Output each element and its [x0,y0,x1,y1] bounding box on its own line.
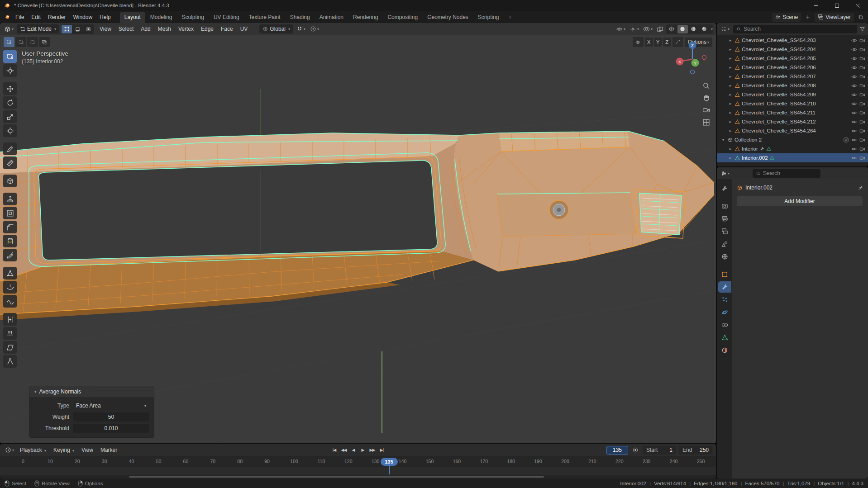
snapping-button[interactable]: ▾ [295,24,307,33]
outliner-item-chevrolet-chevelle-ss454-212[interactable]: ▸Chevrolet_Chevelle_SS454.212 [717,117,868,126]
workspace-tab-compositing[interactable]: Compositing [383,12,422,23]
timeline-scrollbar[interactable] [0,475,716,479]
hide-eye-icon[interactable] [851,38,857,43]
expand-icon[interactable]: ▸ [728,83,733,88]
render-camera-icon[interactable] [859,128,865,134]
select-extend-mode-button[interactable] [15,37,26,47]
workspace-tab-geometry-nodes[interactable]: Geometry Nodes [423,12,473,23]
properties-tab-view-layer[interactable] [718,226,731,237]
view-layer-selector[interactable]: ViewLayer [815,13,854,22]
render-camera-icon[interactable] [859,101,865,107]
filter-icon[interactable] [859,26,865,32]
render-camera-icon[interactable] [859,137,865,143]
frame-start-field[interactable]: Start1 [643,446,676,455]
timeline-menu-playback[interactable]: Playback ▾ [16,446,50,454]
properties-tab-physics[interactable] [718,307,731,318]
material-shading-button[interactable] [688,25,699,33]
viewport-menu-uv[interactable]: UV [237,25,252,33]
show-gizmo-button[interactable]: ▾ [628,24,640,33]
render-camera-icon[interactable] [859,56,865,62]
copy-view-layer-button[interactable] [856,13,865,22]
timeline-menu-view[interactable]: View [78,446,97,454]
blender-menu-button[interactable] [3,13,12,22]
camera-view-icon[interactable] [702,106,710,114]
vertex-select-button[interactable] [62,25,72,33]
hide-eye-icon[interactable] [851,119,857,125]
outliner-item-chevrolet-chevelle-ss454-206[interactable]: ▸Chevrolet_Chevelle_SS454.206 [717,63,868,72]
tool-extrude-region[interactable] [3,193,17,205]
workspace-tab-texture-paint[interactable]: Texture Paint [244,12,285,23]
select-intersect-mode-button[interactable] [39,37,50,47]
wireframe-shading-button[interactable] [667,25,677,33]
face-select-button[interactable] [83,25,94,33]
close-button[interactable] [847,0,868,11]
render-camera-icon[interactable] [859,146,865,152]
render-camera-icon[interactable] [859,155,865,161]
expand-icon[interactable]: ▸ [728,74,733,79]
tool-rip-region[interactable] [3,355,17,368]
menu-edit[interactable]: Edit [28,13,44,21]
hide-eye-icon[interactable] [851,56,857,62]
solid-shading-button[interactable] [677,25,688,33]
viewport-menu-view[interactable]: View [96,25,115,33]
expand-icon[interactable]: ▸ [728,47,733,52]
playback-jump-to-next-keyframe[interactable]: ▶▶ [368,446,377,455]
hide-eye-icon[interactable] [851,155,857,161]
hide-eye-icon[interactable] [851,128,857,134]
timeline-track[interactable] [0,467,716,475]
properties-editor-type-button[interactable]: ▾ [720,169,731,178]
outliner-display-mode-button[interactable]: ▾ [720,24,731,33]
playback-jump-to-prev-keyframe[interactable]: ◀◀ [339,446,348,455]
xray-toggle-button[interactable] [655,24,665,33]
workspace-tab-shading[interactable]: Shading [286,12,315,23]
properties-tab-constraints[interactable] [718,319,731,331]
viewport[interactable]: XYZ Options▾ User Perspective (135) Inte… [0,35,716,443]
viewport-menu-select[interactable]: Select [115,25,137,33]
playback-jump-to-end[interactable]: ▶| [377,446,386,455]
new-scene-button[interactable] [803,13,812,22]
checkbox-icon[interactable] [843,137,849,143]
tool-shrink-fatten[interactable] [3,327,17,340]
threshold-field[interactable]: 0.010 [73,424,149,433]
workspace-tab-animation[interactable]: Animation [315,12,348,23]
type-dropdown[interactable]: Face Area▾ [73,401,149,410]
tool-edge-slide[interactable] [3,313,17,326]
expand-icon[interactable]: ▸ [728,128,733,133]
tool-shear[interactable] [3,341,17,354]
maximize-button[interactable] [826,0,847,11]
outliner-item-chevrolet-chevelle-ss454-207[interactable]: ▸Chevrolet_Chevelle_SS454.207 [717,72,868,81]
tool-poly-build[interactable] [3,267,17,280]
menu-window[interactable]: Window [69,13,96,21]
viewport-canvas[interactable] [0,35,716,443]
auto-keying-toggle[interactable] [631,445,640,455]
expand-icon[interactable]: ▸ [728,38,733,43]
menu-render[interactable]: Render [44,13,69,21]
properties-search-input[interactable]: Search [753,169,820,178]
tool-transform[interactable] [3,124,17,137]
operator-panel-header[interactable]: ▾ Average Normals [29,386,154,397]
expand-icon[interactable]: ▸ [728,119,733,124]
tool-bevel[interactable] [3,221,17,233]
viewport-menu-add[interactable]: Add [137,25,154,33]
rendered-shading-button[interactable] [699,25,710,33]
expand-icon[interactable]: ▸ [728,65,733,70]
viewport-menu-edge[interactable]: Edge [197,25,217,33]
workspace-tab-sculpting[interactable]: Sculpting [177,12,209,23]
workspace-tab-modeling[interactable]: Modeling [146,12,177,23]
object-visibility-dropdown[interactable]: ▾ [615,24,627,33]
current-frame-badge[interactable]: 135 [381,458,398,466]
outliner-item-chevrolet-chevelle-ss454-209[interactable]: ▸Chevrolet_Chevelle_SS454.209 [717,90,868,99]
outliner-search-input[interactable]: Search [733,25,857,33]
edge-select-button[interactable] [72,25,83,33]
render-camera-icon[interactable] [859,110,865,116]
properties-tab-tool[interactable] [718,183,731,194]
timeline-editor-type-button[interactable]: ▾ [4,445,15,455]
ortho-toggle-icon[interactable] [702,118,710,126]
properties-tab-material[interactable] [718,345,731,356]
playback-play-reverse[interactable]: ◀ [349,446,358,455]
navigation-gizmo[interactable]: Z X Y [672,39,712,79]
viewport-menu-vertex[interactable]: Vertex [175,25,197,33]
tool-knife[interactable] [3,249,17,261]
expand-icon[interactable]: ▸ [728,92,733,97]
mirror-axis-y[interactable]: Y [654,38,662,47]
